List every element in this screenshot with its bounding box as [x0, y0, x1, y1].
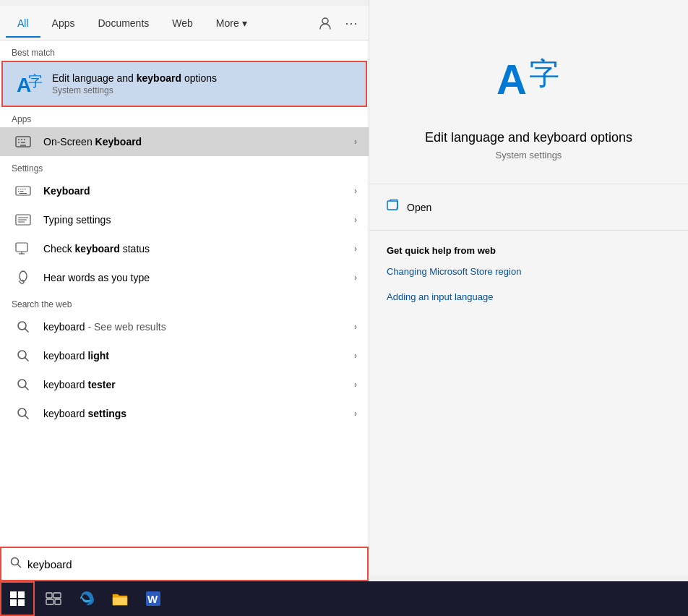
- taskbar: W: [0, 581, 688, 616]
- keyboard-settings-text: keyboard settings: [43, 408, 354, 419]
- right-panel-subtitle: System settings: [496, 150, 562, 161]
- keyboard-tester-arrow: ›: [354, 380, 357, 390]
- tabs-bar: All Apps Documents Web More ▾ ⋯: [0, 6, 369, 40]
- best-match-text: Edit language and keyboard options Syste…: [52, 72, 217, 95]
- svg-rect-46: [55, 599, 61, 604]
- search-web-icon-4: [12, 405, 35, 422]
- svg-rect-39: [10, 591, 17, 598]
- svg-line-29: [25, 358, 29, 362]
- typing-icon: [12, 211, 35, 228]
- open-button[interactable]: Open: [369, 190, 688, 224]
- svg-line-33: [25, 416, 29, 419]
- user-icon[interactable]: [314, 12, 337, 35]
- web-keyboard-arrow: ›: [354, 322, 357, 332]
- right-panel-divider-2: [369, 230, 688, 231]
- keyboard-setting-item[interactable]: Keyboard ›: [0, 176, 369, 205]
- status-arrow-icon: ›: [354, 244, 357, 254]
- hear-words-item[interactable]: Hear words as you type ›: [0, 263, 369, 292]
- settings-section-label: Settings: [0, 156, 369, 176]
- best-match-title: Edit language and keyboard options: [52, 72, 217, 84]
- on-screen-keyboard-text: On-Screen Keyboard: [43, 136, 354, 147]
- keyboard-status-item[interactable]: Check keyboard status ›: [0, 234, 369, 263]
- more-options-icon[interactable]: ⋯: [340, 12, 363, 35]
- search-input[interactable]: [27, 558, 358, 570]
- svg-line-35: [18, 565, 21, 568]
- tab-web[interactable]: Web: [160, 9, 205, 38]
- keyboard-arrow-icon: ›: [354, 186, 357, 196]
- apps-section-label: Apps: [0, 107, 369, 127]
- web-keyboard-item[interactable]: keyboard - See web results ›: [0, 312, 369, 341]
- open-icon: [387, 199, 400, 215]
- quick-help-label: Get quick help from web: [369, 236, 688, 259]
- on-screen-keyboard-icon: [12, 133, 35, 150]
- svg-rect-45: [46, 599, 53, 604]
- keyboard-light-arrow: ›: [354, 351, 357, 361]
- typing-arrow-icon: ›: [354, 215, 357, 225]
- left-panel: All Apps Documents Web More ▾ ⋯ Bes: [0, 6, 369, 581]
- monitor-icon: [12, 240, 35, 257]
- typing-settings-text: Typing settings: [43, 214, 354, 226]
- open-label: Open: [407, 202, 431, 213]
- keyboard-lang-icon: A 字: [14, 69, 43, 98]
- edge-button[interactable]: [71, 583, 103, 615]
- svg-rect-43: [46, 593, 52, 598]
- search-web-icon-3: [12, 376, 35, 393]
- svg-text:A: A: [496, 56, 527, 103]
- search-box-container: [0, 547, 369, 581]
- svg-text:字: 字: [529, 56, 559, 90]
- right-panel-title: Edit language and keyboard options: [410, 130, 647, 145]
- keyboard-tester-text: keyboard tester: [43, 379, 354, 390]
- tab-documents[interactable]: Documents: [86, 9, 160, 38]
- keyboard-settings-item[interactable]: keyboard settings ›: [0, 399, 369, 428]
- right-panel: A 字 Edit language and keyboard options S…: [369, 0, 688, 576]
- right-panel-divider-1: [369, 184, 688, 184]
- keyboard-tester-item[interactable]: keyboard tester ›: [0, 370, 369, 399]
- svg-rect-42: [18, 599, 25, 606]
- ear-icon: [12, 269, 35, 286]
- hear-words-text: Hear words as you type: [43, 272, 354, 283]
- svg-line-31: [25, 387, 29, 390]
- hear-arrow-icon: ›: [354, 273, 357, 283]
- results-area: Best match A 字 Edit language and keyboar…: [0, 40, 369, 547]
- search-web-icon: [12, 318, 35, 335]
- svg-text:字: 字: [28, 73, 43, 89]
- svg-point-0: [322, 18, 328, 24]
- best-match-item[interactable]: A 字 Edit language and keyboard options S…: [1, 61, 367, 107]
- keyboard-setting-text: Keyboard: [43, 185, 354, 197]
- tab-more[interactable]: More ▾: [205, 9, 259, 38]
- start-button[interactable]: [0, 581, 35, 616]
- quick-link-1[interactable]: Changing Microsoft Store region: [369, 259, 688, 284]
- svg-rect-38: [387, 201, 397, 210]
- tab-apps[interactable]: Apps: [40, 9, 87, 38]
- quick-link-2[interactable]: Adding an input language: [369, 284, 688, 309]
- svg-rect-40: [18, 591, 25, 598]
- search-web-icon-2: [12, 347, 35, 364]
- word-button[interactable]: W: [137, 583, 169, 615]
- best-match-subtitle: System settings: [52, 85, 217, 95]
- svg-text:W: W: [147, 593, 158, 605]
- start-menu: All Apps Documents Web More ▾ ⋯ Bes: [0, 6, 369, 581]
- arrow-icon: ›: [354, 137, 357, 147]
- svg-rect-41: [10, 599, 17, 606]
- keyboard-settings-arrow: ›: [354, 408, 357, 419]
- task-view-button[interactable]: [38, 583, 69, 615]
- typing-settings-item[interactable]: Typing settings ›: [0, 205, 369, 234]
- taskbar-icons: W: [35, 583, 169, 615]
- keyboard-icon: [12, 182, 35, 200]
- file-explorer-button[interactable]: [104, 583, 136, 615]
- keyboard-status-text: Check keyboard status: [43, 243, 354, 254]
- web-section-label: Search the web: [0, 292, 369, 312]
- svg-line-27: [25, 329, 29, 333]
- best-match-label: Best match: [0, 40, 369, 61]
- tab-all[interactable]: All: [6, 9, 40, 38]
- chevron-down-icon: ▾: [242, 17, 247, 29]
- svg-rect-22: [16, 243, 27, 252]
- right-panel-icon: A 字: [493, 43, 565, 116]
- on-screen-keyboard-item[interactable]: On-Screen Keyboard ›: [0, 127, 369, 156]
- svg-rect-44: [53, 593, 61, 598]
- keyboard-light-item[interactable]: keyboard light ›: [0, 341, 369, 370]
- web-keyboard-text: keyboard - See web results: [43, 321, 354, 333]
- keyboard-light-text: keyboard light: [43, 350, 354, 362]
- search-icon: [10, 557, 22, 571]
